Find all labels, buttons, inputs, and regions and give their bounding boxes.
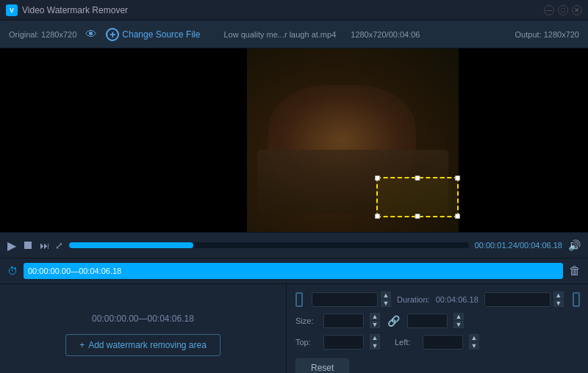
main-area [0, 48, 588, 232]
video-black-right [459, 48, 588, 232]
range-start: 00:00:00.00 [28, 267, 71, 275]
video-frame [0, 48, 588, 232]
bottom-panels: 00:00:00.00—00:04:06.18 + Add watermark … [0, 284, 588, 373]
left-label: Left: [395, 338, 417, 347]
total-time-value: 00:04:06.18 [520, 241, 562, 250]
minimize-button[interactable]: — [544, 5, 554, 15]
top-up[interactable]: ▲ [370, 334, 380, 341]
current-time: 00:00:01.24/00:04:06.18 [475, 241, 562, 250]
size-height-input[interactable]: 180 [407, 314, 448, 328]
original-resolution-label: Original: 1280x720 [9, 30, 76, 39]
reset-button[interactable]: Reset [295, 358, 349, 373]
size-height-up[interactable]: ▲ [453, 313, 464, 320]
range-separator: — [71, 267, 79, 275]
stop-button[interactable]: ⏹ [22, 239, 34, 252]
start-time-input[interactable]: 00:00:00.00 [312, 292, 378, 307]
size-label: Size: [295, 316, 318, 325]
change-source-label: Change Source File [122, 29, 200, 40]
timeline-icon: ⏱ [7, 265, 18, 277]
toolbar: Original: 1280x720 👁 + Change Source Fil… [0, 21, 588, 48]
app-title: Video Watermark Remover [22, 5, 540, 15]
left-panel: 00:00:00.00—00:04:06.18 + Add watermark … [0, 284, 287, 373]
output-resolution-label: Output: 1280x720 [515, 30, 579, 39]
left-spinners: ▲ ▼ [469, 334, 479, 350]
next-frame-button[interactable]: ⏭ [40, 240, 49, 251]
plus-circle-icon: + [106, 28, 119, 41]
size-row: Size: 320 ▲ ▼ 🔗 180 ▲ ▼ [295, 313, 580, 328]
right-panel: 00:00:00.00 ▲ ▼ Duration: 00:04:06.18 00… [287, 284, 588, 373]
reset-row: Reset [295, 355, 580, 373]
top-label: Top: [295, 338, 318, 347]
size-width-spinners: ▲ ▼ [370, 313, 380, 328]
duration-value: 00:04:06.18 [436, 295, 478, 304]
left-down[interactable]: ▼ [469, 342, 479, 350]
size-height-spinners: ▲ ▼ [453, 313, 464, 328]
maximize-button[interactable]: □ [558, 5, 568, 15]
playback-controls: ▶ ⏹ ⏭ ⤢ 00:00:01.24/00:04:06.18 🔊 [0, 232, 588, 258]
timeline: ⏱ 00:00:00.00 — 00:04:06.18 🗑 [0, 258, 588, 284]
volume-icon[interactable]: 🔊 [568, 239, 581, 251]
frame-time-display: 00:00:00.00—00:04:06.18 [92, 314, 194, 324]
position-row: Top: 527 ▲ ▼ Left: 928 ▲ ▼ [295, 334, 580, 350]
start-time-down[interactable]: ▼ [381, 300, 391, 307]
progress-bar[interactable] [69, 242, 469, 248]
left-input[interactable]: 928 [423, 335, 463, 350]
start-time-up[interactable]: ▲ [381, 291, 391, 299]
add-watermark-area-button[interactable]: + Add watermark removing area [65, 334, 220, 356]
eye-preview-button[interactable]: 👁 [85, 28, 97, 41]
end-time-input[interactable]: 00:04:06.18 [484, 292, 551, 307]
start-time-spinners: ▲ ▼ [381, 291, 391, 307]
delete-range-button[interactable]: 🗑 [569, 264, 581, 278]
add-icon: + [79, 340, 85, 350]
duration-label: Duration: [397, 295, 430, 304]
link-icon[interactable]: 🔗 [387, 315, 400, 327]
range-end: 00:04:06.18 [79, 267, 121, 275]
end-time-down[interactable]: ▼ [553, 300, 564, 307]
expand-button[interactable]: ⤢ [55, 240, 63, 251]
app-icon: V [6, 4, 18, 16]
time-bracket-right [573, 292, 580, 307]
add-area-label: Add watermark removing area [88, 340, 207, 350]
title-bar: V Video Watermark Remover — □ ✕ [0, 0, 588, 21]
top-spinners: ▲ ▼ [370, 334, 380, 350]
timeline-range[interactable]: 00:00:00.00 — 00:04:06.18 [24, 263, 563, 279]
end-time-up[interactable]: ▲ [553, 291, 564, 299]
current-time-value: 00:00:01.24 [475, 241, 517, 250]
change-source-button[interactable]: + Change Source File [106, 28, 200, 41]
size-width-input[interactable]: 320 [323, 314, 364, 328]
end-time-spinners: ▲ ▼ [553, 291, 564, 307]
video-area[interactable] [0, 48, 588, 232]
end-time-group: 00:04:06.18 ▲ ▼ [484, 291, 564, 307]
time-bracket-left [295, 292, 303, 307]
top-down[interactable]: ▼ [370, 342, 380, 350]
close-button[interactable]: ✕ [572, 5, 582, 15]
size-width-down[interactable]: ▼ [370, 321, 380, 328]
start-time-group: 00:00:00.00 ▲ ▼ [312, 291, 391, 307]
video-content [247, 48, 459, 232]
size-width-up[interactable]: ▲ [370, 313, 380, 320]
file-name-label: Low quality me...r laugh at.mp4 [223, 30, 336, 39]
play-button[interactable]: ▶ [7, 239, 16, 253]
left-up[interactable]: ▲ [469, 334, 479, 341]
top-input[interactable]: 527 [323, 335, 364, 350]
progress-fill [69, 242, 193, 248]
resolution-time-label: 1280x720/00:04:06 [351, 30, 420, 39]
video-black-left [0, 48, 247, 232]
size-height-down[interactable]: ▼ [453, 321, 464, 328]
time-row: 00:00:00.00 ▲ ▼ Duration: 00:04:06.18 00… [295, 291, 580, 307]
